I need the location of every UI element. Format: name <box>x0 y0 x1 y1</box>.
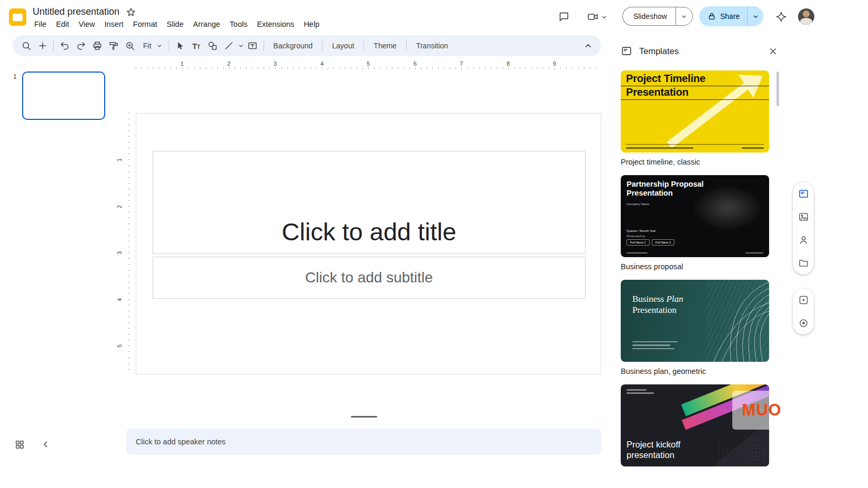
rail-image-icon[interactable] <box>798 211 809 222</box>
toolbar-separator <box>169 40 169 51</box>
new-slide-button[interactable] <box>34 38 51 54</box>
menu-arrange[interactable]: Arrange <box>188 18 225 30</box>
templates-panel-header: Templates <box>612 39 788 63</box>
ruler-number: 2 <box>116 205 123 208</box>
text-bar <box>626 147 693 149</box>
paint-format-button[interactable] <box>105 38 122 54</box>
hide-menus-button[interactable] <box>580 38 596 54</box>
preview-title-line: Project Timeline <box>626 73 705 84</box>
shape-button[interactable] <box>205 38 221 54</box>
slide-canvas[interactable]: Click to add title Click to add subtitle <box>136 113 601 374</box>
preview-body-text <box>632 341 678 352</box>
menu-insert[interactable]: Insert <box>100 18 128 30</box>
ruler-number: 6 <box>413 60 417 67</box>
chevron-down-icon <box>752 13 760 21</box>
rail-templates-icon[interactable] <box>798 188 809 199</box>
transition-button[interactable]: Transition <box>409 38 455 54</box>
slideshow-options-button[interactable] <box>675 7 693 26</box>
side-rail-bottom <box>793 289 814 334</box>
notes-resize-handle[interactable] <box>351 416 377 418</box>
panel-scrollbar-thumb[interactable] <box>776 72 779 106</box>
chevron-down-icon <box>680 13 688 21</box>
redo-button[interactable] <box>73 38 89 54</box>
sparkle-icon[interactable] <box>773 9 789 25</box>
subtitle-placeholder[interactable]: Click to add subtitle <box>153 257 586 299</box>
text-box-button[interactable]: TT <box>188 38 205 54</box>
text-tool-glyph: TT <box>192 42 200 50</box>
document-title[interactable]: Untitled presentation <box>33 6 119 17</box>
avatar-shirt <box>800 18 812 25</box>
meet-button[interactable] <box>583 9 612 25</box>
lock-icon <box>708 12 716 21</box>
text-bar <box>627 252 648 253</box>
title-placeholder[interactable]: Click to add title <box>153 151 586 254</box>
layout-button[interactable]: Layout <box>325 38 361 54</box>
side-rail-top <box>793 182 814 274</box>
grid-view-button[interactable] <box>11 435 28 453</box>
account-avatar[interactable] <box>798 8 814 25</box>
ruler-number: 8 <box>507 60 510 67</box>
subtitle-placeholder-text: Click to add subtitle <box>305 269 433 286</box>
ruler-number: 2 <box>227 60 230 67</box>
slides-logo[interactable] <box>9 8 26 26</box>
theme-button[interactable]: Theme <box>367 38 403 54</box>
toolbar-separator <box>406 40 407 51</box>
share-options-button[interactable] <box>747 6 763 26</box>
geometric-wave-graphic <box>690 280 769 362</box>
rail-folder-icon[interactable] <box>798 258 809 269</box>
template-card-business-plan[interactable]: Business Plan Presentation <box>621 280 769 362</box>
template-card-project-timeline[interactable]: Project Timeline Presentation <box>621 70 769 152</box>
rail-person-icon[interactable] <box>798 235 809 246</box>
menu-search-button[interactable] <box>18 38 34 54</box>
menu-help[interactable]: Help <box>299 18 324 30</box>
comments-button[interactable] <box>556 9 572 25</box>
template-block: Project kickoff presentation MUO <box>621 384 769 466</box>
close-icon[interactable] <box>766 44 780 58</box>
template-caption: Business proposal <box>621 262 769 272</box>
menu-file[interactable]: File <box>29 18 51 30</box>
line-button[interactable] <box>221 38 237 54</box>
zoom-button[interactable] <box>122 38 138 54</box>
menu-extensions[interactable]: Extensions <box>252 18 299 30</box>
slide-number: 1 <box>13 73 17 80</box>
share-split-button: Share <box>699 6 763 26</box>
slideshow-button[interactable]: Slideshow <box>622 7 675 26</box>
vertical-ruler <box>123 113 130 374</box>
rail-play-icon[interactable] <box>798 294 809 306</box>
templates-panel: Templates Project Timeline Presentation <box>612 39 788 488</box>
chevron-down-icon <box>156 42 163 49</box>
slides-logo-inner <box>13 14 23 21</box>
slideshow-label: Slideshow <box>633 12 667 21</box>
speaker-notes-input[interactable]: Click to add speaker notes <box>126 429 601 455</box>
undo-button[interactable] <box>56 38 73 54</box>
ruler-number: 3 <box>116 251 123 255</box>
chevron-down-icon[interactable] <box>237 42 245 49</box>
menu-edit[interactable]: Edit <box>51 18 74 30</box>
ruler-number: 1 <box>180 60 184 67</box>
template-caption: Project timeline, classic <box>621 158 769 167</box>
preview-title-line: Presentation <box>632 304 683 316</box>
insert-placeholder-button[interactable] <box>245 38 261 54</box>
collapse-filmstrip-button[interactable] <box>37 435 55 453</box>
zoom-select[interactable]: Fit <box>138 38 166 54</box>
ruler-number: 3 <box>274 60 277 67</box>
menu-slide[interactable]: Slide <box>162 18 188 30</box>
text-bar <box>632 341 678 343</box>
text-bar <box>632 348 674 350</box>
muo-watermark: MUO <box>732 391 791 430</box>
videocam-icon <box>587 11 599 23</box>
slide-thumbnail-1[interactable] <box>22 72 105 120</box>
print-button[interactable] <box>89 38 105 54</box>
menu-format[interactable]: Format <box>128 18 162 30</box>
star-icon[interactable] <box>126 7 136 17</box>
template-card-business-proposal[interactable]: Partnership Proposal Presentation Compan… <box>621 175 769 257</box>
background-button[interactable]: Background <box>267 38 320 54</box>
share-button[interactable]: Share <box>699 6 747 26</box>
dot-grid <box>718 436 766 463</box>
menu-tools[interactable]: Tools <box>225 18 253 30</box>
menu-view[interactable]: View <box>74 18 99 30</box>
preview-quarter: Quarter / Month Year <box>627 229 656 232</box>
toolbar-separator <box>264 40 264 51</box>
select-tool-button[interactable] <box>172 38 188 54</box>
rail-record-icon[interactable] <box>798 318 809 329</box>
